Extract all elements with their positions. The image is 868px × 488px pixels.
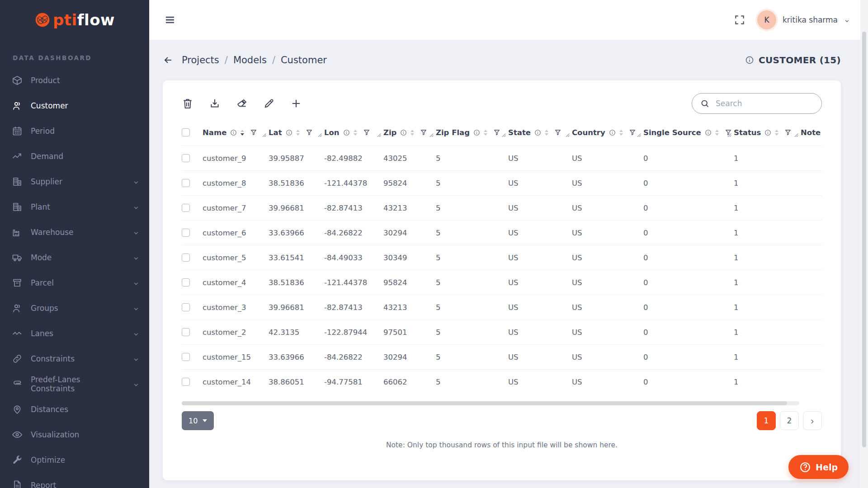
table-row[interactable]: customer_633.63966-84.26822302945USUS01 [182, 220, 822, 245]
column-header-state[interactable]: State [508, 128, 572, 137]
sidebar-item-parcel[interactable]: Parcel [0, 270, 149, 296]
column-header-name[interactable]: Name [203, 128, 269, 137]
next-page-button[interactable] [803, 411, 822, 430]
horizontal-scrollbar[interactable] [182, 401, 787, 405]
filter-icon[interactable] [784, 129, 792, 136]
column-header-status[interactable]: Status [734, 128, 801, 137]
sidebar-item-distances[interactable]: Distances [0, 397, 149, 422]
cell-lat: 33.63966 [269, 229, 324, 237]
column-resize-handle[interactable] [637, 131, 642, 136]
select-all-checkbox[interactable] [182, 128, 190, 136]
sidebar-item-constraints[interactable]: Constraints [0, 346, 149, 371]
table-row[interactable]: customer_242.3135-122.87944975015USUS01 [182, 319, 822, 344]
sidebar-item-product[interactable]: Product [0, 68, 149, 93]
sidebar-item-optimize[interactable]: Optimize [0, 447, 149, 473]
sort-icon[interactable] [715, 130, 719, 136]
user-menu[interactable]: K kritika sharma [757, 10, 850, 29]
sort-icon[interactable] [775, 130, 778, 136]
sidebar-item-supplier[interactable]: Supplier [0, 169, 149, 194]
chevron-down-icon [133, 254, 139, 261]
table-row[interactable]: customer_438.51836-121.44378958245USUS01 [182, 270, 822, 295]
column-header-lon[interactable]: Lon [324, 128, 383, 137]
column-resize-handle[interactable] [262, 131, 267, 136]
row-checkbox[interactable] [182, 328, 190, 336]
cell-state: US [508, 154, 572, 163]
filter-icon[interactable] [629, 129, 636, 136]
sort-icon[interactable] [354, 130, 357, 136]
help-button[interactable]: Help [788, 455, 849, 479]
sort-icon[interactable] [619, 130, 623, 136]
sidebar-item-visualization[interactable]: Visualization [0, 422, 149, 447]
column-resize-handle[interactable] [317, 131, 322, 136]
table-row[interactable]: customer_838.51836-121.44378958245USUS01 [182, 170, 822, 195]
sidebar-item-report[interactable]: Report [0, 473, 149, 488]
column-header-lat[interactable]: Lat [269, 128, 324, 137]
filter-icon[interactable] [250, 129, 257, 136]
row-checkbox[interactable] [182, 278, 190, 286]
row-checkbox[interactable] [182, 253, 190, 262]
row-checkbox[interactable] [182, 154, 190, 162]
sidebar-item-groups[interactable]: Groups [0, 296, 149, 321]
breadcrumb-models[interactable]: Models [233, 55, 267, 66]
row-checkbox[interactable] [182, 179, 190, 187]
sidebar-item-demand[interactable]: Demand [0, 144, 149, 169]
page-button-1[interactable]: 1 [757, 411, 776, 430]
sidebar-item-predef-lanes-constraints[interactable]: Predef-Lanes Constraints [0, 371, 149, 397]
sidebar-item-warehouse[interactable]: Warehouse [0, 220, 149, 245]
info-icon[interactable] [745, 56, 754, 65]
search-input[interactable] [716, 99, 815, 108]
table-row[interactable]: customer_339.96681-82.87413432135USUS01 [182, 295, 822, 319]
page-size-dropdown[interactable]: 10 [182, 411, 214, 430]
column-resize-handle[interactable] [794, 131, 799, 136]
column-resize-handle[interactable] [727, 131, 732, 136]
row-checkbox[interactable] [182, 378, 190, 386]
sort-icon[interactable] [241, 130, 244, 136]
column-resize-handle[interactable] [565, 131, 570, 136]
sort-icon[interactable] [545, 130, 548, 136]
download-button[interactable] [209, 98, 221, 109]
search-icon [700, 99, 710, 108]
page-button-2[interactable]: 2 [780, 411, 799, 430]
sidebar-item-plant[interactable]: Plant [0, 194, 149, 220]
column-header-zip-flag[interactable]: Zip Flag [436, 128, 508, 137]
sidebar-item-customer[interactable]: Customer [0, 93, 149, 118]
filter-icon[interactable] [554, 129, 561, 136]
column-header-country[interactable]: Country [572, 128, 643, 137]
info-icon [343, 129, 350, 136]
sort-icon[interactable] [410, 130, 414, 136]
table-row[interactable]: customer_939.95887-82.49882430255USUS01 [182, 145, 822, 170]
filter-icon[interactable] [493, 129, 500, 136]
table-row[interactable]: customer_533.61541-84.49033303495USUS01 [182, 245, 822, 270]
sidebar-item-mode[interactable]: Mode [0, 245, 149, 270]
column-header-single-source[interactable]: Single Source [643, 128, 734, 137]
row-checkbox[interactable] [182, 229, 190, 237]
column-resize-handle[interactable] [377, 131, 382, 136]
table-row[interactable]: customer_1438.86051-94.77581660625USUS01 [182, 369, 822, 394]
add-button[interactable] [290, 98, 302, 109]
column-resize-handle[interactable] [501, 131, 506, 136]
erase-button[interactable] [236, 98, 248, 109]
sidebar-item-lanes[interactable]: Lanes [0, 321, 149, 346]
edit-button[interactable] [263, 98, 275, 109]
row-checkbox[interactable] [182, 353, 190, 361]
hamburger-menu-icon[interactable] [165, 14, 176, 26]
row-checkbox[interactable] [182, 204, 190, 212]
app-logo[interactable]: ptiflow [0, 0, 149, 40]
back-arrow-icon[interactable] [163, 55, 174, 66]
delete-button[interactable] [182, 98, 193, 109]
sort-icon[interactable] [484, 130, 487, 136]
sidebar-item-period[interactable]: Period [0, 118, 149, 144]
table-row[interactable]: customer_739.96681-82.87413432135USUS01 [182, 195, 822, 220]
vertical-scrollbar[interactable] [862, 32, 866, 447]
row-checkbox[interactable] [182, 303, 190, 311]
breadcrumb-projects[interactable]: Projects [182, 55, 219, 66]
column-resize-handle[interactable] [429, 131, 434, 136]
sort-icon[interactable] [296, 130, 300, 136]
column-header-zip[interactable]: Zip [383, 128, 436, 137]
fullscreen-icon[interactable] [734, 14, 745, 26]
filter-icon[interactable] [306, 129, 313, 136]
table-row[interactable]: customer_1533.63966-84.26822302945USUS01 [182, 344, 822, 369]
filter-icon[interactable] [420, 129, 427, 136]
filter-icon[interactable] [363, 129, 370, 136]
cell-status: 1 [734, 253, 801, 262]
